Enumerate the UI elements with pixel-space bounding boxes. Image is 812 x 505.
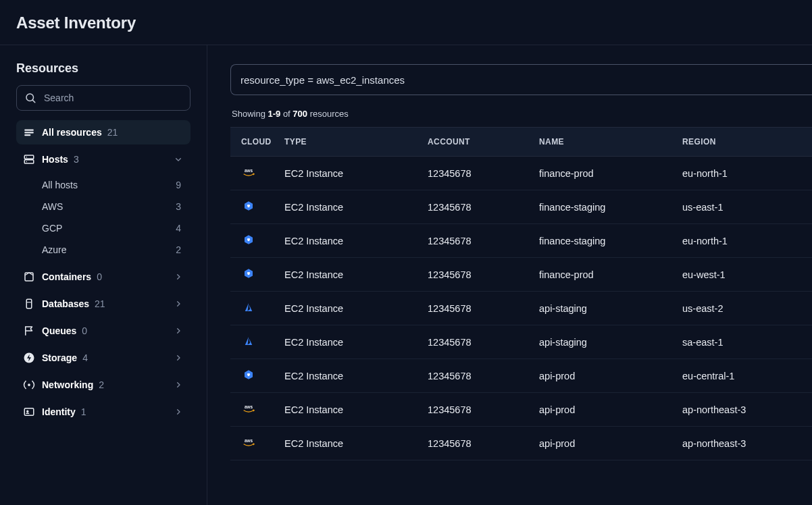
page-title: Asset Inventory	[0, 0, 812, 45]
table-row[interactable]: EC2 Instance12345678api-stagingus-east-2	[230, 292, 812, 325]
table-row[interactable]: EC2 Instance12345678api-prodap-northeast…	[230, 427, 812, 460]
sidebar-item-hosts[interactable]: Hosts 3	[16, 147, 191, 171]
flag-icon	[23, 325, 35, 337]
column-account[interactable]: ACCOUNT	[422, 128, 534, 157]
gcp-icon	[241, 200, 256, 212]
sidebar-item-count: 21	[107, 127, 118, 138]
gcp-icon	[241, 234, 256, 246]
column-region[interactable]: REGION	[677, 128, 812, 157]
sidebar-item-identity[interactable]: Identity 1	[16, 400, 191, 424]
resources-table: CLOUD TYPE ACCOUNT NAME REGION EC2 Insta…	[230, 127, 812, 460]
sidebar-title: Resources	[16, 61, 196, 76]
aws-icon	[241, 166, 256, 178]
chevron-right-icon	[173, 352, 184, 363]
cell-type: EC2 Instance	[279, 157, 422, 190]
sidebar-item-gcp[interactable]: GCP 4	[36, 217, 191, 239]
cell-account: 12345678	[422, 224, 534, 258]
cell-name: api-staging	[534, 325, 677, 359]
sidebar: Resources All resources 21 Hosts 3 All h…	[0, 45, 207, 505]
search-input[interactable]	[16, 85, 191, 111]
cell-account: 12345678	[422, 190, 534, 224]
cell-region: eu-north-1	[677, 157, 812, 190]
sidebar-item-label: Containers	[42, 271, 91, 282]
sidebar-item-azure[interactable]: Azure 2	[36, 239, 191, 261]
cell-account: 12345678	[422, 359, 534, 393]
table-row[interactable]: EC2 Instance12345678finance-stagingeu-no…	[230, 224, 812, 258]
cell-type: EC2 Instance	[279, 359, 422, 393]
sidebar-item-count: 2	[176, 244, 185, 255]
gcp-icon	[241, 267, 256, 280]
cell-region: ap-northeast-3	[677, 427, 812, 460]
table-row[interactable]: EC2 Instance12345678api-prodeu-central-1	[230, 359, 812, 393]
cell-type: EC2 Instance	[279, 427, 422, 460]
table-header-row: CLOUD TYPE ACCOUNT NAME REGION	[230, 128, 812, 157]
table-row[interactable]: EC2 Instance12345678api-stagingsa-east-1	[230, 325, 812, 359]
sidebar-item-aws[interactable]: AWS 3	[36, 196, 191, 217]
cell-name: finance-prod	[534, 157, 677, 190]
cell-type: EC2 Instance	[279, 325, 422, 359]
database-icon	[23, 298, 35, 310]
sidebar-item-label: Hosts	[42, 154, 68, 165]
table-row[interactable]: EC2 Instance12345678finance-prodeu-west-…	[230, 258, 812, 292]
network-icon	[23, 379, 35, 391]
search-wrap	[16, 85, 191, 111]
main-content: Showing 1-9 of 700 resources CLOUD TYPE …	[207, 45, 812, 505]
sidebar-item-label: All hosts	[42, 180, 78, 190]
cell-type: EC2 Instance	[279, 224, 422, 258]
sidebar-item-databases[interactable]: Databases 21	[16, 292, 191, 316]
sidebar-item-count: 4	[176, 223, 185, 234]
cell-account: 12345678	[422, 292, 534, 325]
cell-type: EC2 Instance	[279, 190, 422, 224]
chevron-right-icon	[173, 406, 184, 417]
cell-region: us-east-1	[677, 190, 812, 224]
sidebar-item-label: Identity	[42, 406, 76, 417]
cell-type: EC2 Instance	[279, 393, 422, 427]
hosts-sublist: All hosts 9 AWS 3 GCP 4 Azure 2	[36, 174, 196, 261]
sidebar-item-containers[interactable]: Containers 0	[16, 265, 191, 289]
cell-region: eu-central-1	[677, 359, 812, 393]
cell-account: 12345678	[422, 157, 534, 190]
sidebar-item-count: 4	[82, 352, 88, 363]
cell-account: 12345678	[422, 393, 534, 427]
table-row[interactable]: EC2 Instance12345678finance-prodeu-north…	[230, 157, 812, 190]
sidebar-item-all-resources[interactable]: All resources 21	[16, 120, 191, 144]
cell-name: finance-staging	[534, 224, 677, 258]
cell-name: api-prod	[534, 359, 677, 393]
container-icon	[23, 271, 35, 283]
sidebar-item-storage[interactable]: Storage 4	[16, 346, 191, 370]
cell-name: api-prod	[534, 427, 677, 460]
sidebar-item-networking[interactable]: Networking 2	[16, 373, 191, 397]
column-cloud[interactable]: CLOUD	[230, 128, 279, 157]
chevron-right-icon	[173, 325, 184, 336]
identity-icon	[23, 406, 35, 418]
gcp-icon	[241, 369, 256, 381]
table-row[interactable]: EC2 Instance12345678finance-stagingus-ea…	[230, 190, 812, 224]
sidebar-item-label: Storage	[42, 352, 77, 363]
list-icon	[23, 126, 35, 138]
sidebar-item-count: 3	[176, 201, 185, 212]
cell-account: 12345678	[422, 427, 534, 460]
sidebar-item-label: Azure	[42, 244, 67, 255]
sidebar-item-label: Networking	[42, 379, 93, 390]
sidebar-item-count: 2	[99, 379, 104, 390]
column-name[interactable]: NAME	[534, 128, 677, 157]
sidebar-item-all-hosts[interactable]: All hosts 9	[36, 174, 191, 196]
result-total: 700	[293, 109, 307, 119]
text-of: of	[280, 109, 293, 119]
cell-region: sa-east-1	[677, 325, 812, 359]
cell-name: api-prod	[534, 393, 677, 427]
chevron-right-icon	[173, 379, 184, 390]
cell-name: finance-staging	[534, 190, 677, 224]
text-showing: Showing	[232, 109, 268, 119]
sidebar-item-label: Databases	[42, 298, 89, 309]
cell-name: api-staging	[534, 292, 677, 325]
sidebar-item-label: All resources	[42, 127, 102, 138]
table-row[interactable]: EC2 Instance12345678api-prodap-northeast…	[230, 393, 812, 427]
cell-account: 12345678	[422, 325, 534, 359]
column-type[interactable]: TYPE	[279, 128, 422, 157]
sidebar-item-queues[interactable]: Queues 0	[16, 319, 191, 343]
query-input[interactable]	[230, 64, 812, 95]
server-icon	[23, 153, 35, 165]
bolt-icon	[23, 352, 35, 364]
chevron-right-icon	[173, 298, 184, 309]
